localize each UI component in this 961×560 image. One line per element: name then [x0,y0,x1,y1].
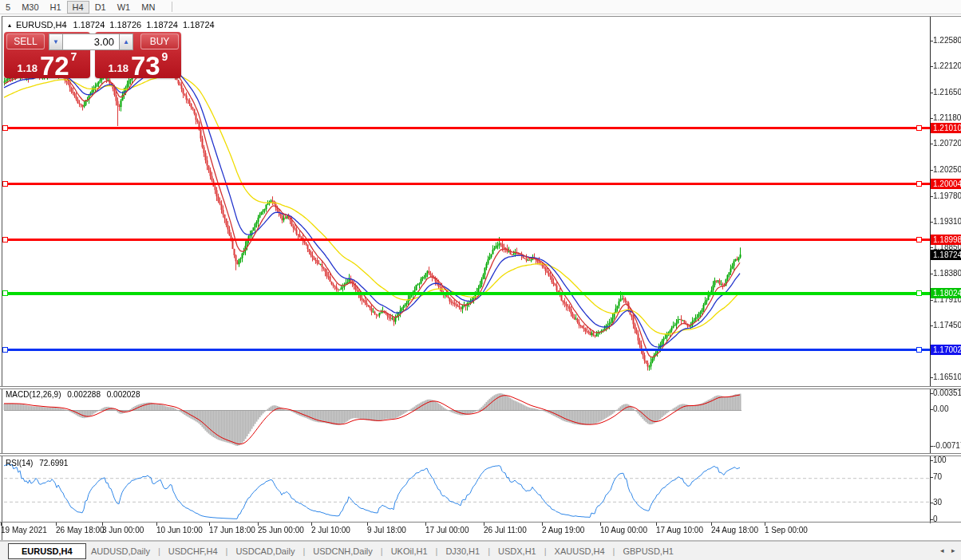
sell-price-prefix: 1.18 [18,62,38,74]
hline-1.18998[interactable] [2,239,930,241]
mt-terminal: 5M30H1H4D1W1MN 1.225801.221201.216501.21… [0,0,961,560]
collapse-panel-icon[interactable]: ▴ [8,22,11,29]
macd-main-value: 0.002288 [67,390,101,399]
price-tick-1.21180: 1.21180 [933,113,961,123]
rsi-pane-bottom-border [0,522,961,523]
volume-increase-icon[interactable]: ▲ [119,34,133,50]
hline-left-handle[interactable] [2,237,8,243]
rsi-title: RSI(14) [6,459,33,467]
volume-decrease-icon[interactable]: ▼ [49,34,63,50]
tab-usdcad-daily[interactable]: USDCAD,Daily [227,546,303,556]
price-tick-1.19310: 1.19310 [933,217,961,227]
tab-xauusd-h4[interactable]: XAUUSD,H4 [547,546,613,556]
rsi-value: 72.6991 [39,459,68,467]
hline-left-handle[interactable] [2,347,8,353]
macd-pane-separator[interactable] [0,386,961,389]
rsi-axis-70: 70 [933,472,942,482]
chart-symbol-label: EURUSD,H4 [16,20,67,30]
price-chart-canvas[interactable] [0,0,961,560]
hline-right-handle[interactable] [916,125,922,131]
price-tick-1.20250: 1.20250 [933,165,961,175]
macd-axis-0.00: 0.00 [933,404,948,414]
time-label: 25 Jun 00:00 [258,526,304,535]
rsi-label: RSI(14) 72.6991 [6,459,68,467]
hline-left-handle[interactable] [2,181,8,187]
ohlc-high: 1.18726 [109,20,141,30]
sell-price: 1.18 72 7 [4,49,90,78]
price-tag-1.20004: 1.20004 [931,179,961,189]
price-tick-1.16510: 1.16510 [933,373,961,382]
time-label: 17 Aug 10:00 [656,526,703,535]
hline-right-handle[interactable] [916,290,922,296]
buy-button[interactable]: BUY [140,34,179,49]
buy-price: 1.18 73 9 [95,49,181,78]
tab-ukoil-h1[interactable]: UKOil,H1 [383,546,436,556]
price-tick-1.18380: 1.18380 [933,269,961,278]
time-label: 10 Aug 00:00 [600,526,647,535]
chart-title: ▴ EURUSD,H4 1.18724 1.18726 1.18724 1.18… [8,20,219,30]
time-label: 19 May 2021 [1,526,47,535]
price-tick-1.17450: 1.17450 [933,321,961,330]
hline-right-handle[interactable] [916,347,922,353]
rsi-axis-30: 30 [933,498,942,507]
tab-gbpusd-h1[interactable]: GBPUSD,H1 [615,546,682,556]
price-tick-1.21650: 1.21650 [933,88,961,97]
tab-audusd-daily[interactable]: AUDUSD,Daily [83,546,158,556]
one-click-trading-panel: SELL 1.18 72 7 BUY 1.18 73 9 ▼ ▲ [4,32,181,78]
macd-signal-value: 0.002028 [107,390,140,399]
chart-tabs: AUDUSD,Daily|USDCHF,H4|USDCAD,Daily|USDC… [83,543,682,559]
sell-button[interactable]: SELL [6,34,45,49]
sell-price-pip: 7 [71,50,77,63]
hline-right-handle[interactable] [916,181,922,187]
tab-usdcnh-daily[interactable]: USDCNH,Daily [305,546,381,556]
sell-price-big: 72 [40,54,69,78]
macd-label: MACD(12,26,9) 0.002288 0.002028 [6,390,140,399]
hline-right-handle[interactable] [916,237,922,243]
rsi-pane-separator[interactable] [0,453,961,456]
ohlc-close: 1.18724 [183,20,215,30]
volume-input[interactable] [63,34,119,50]
tab-usdchf-h4[interactable]: USDCHF,H4 [160,546,226,556]
price-tag-1.18024: 1.18024 [931,288,961,298]
buy-price-pip: 9 [162,50,168,63]
hline-1.20004[interactable] [2,183,930,185]
time-label: 26 May 18:00 [56,526,105,535]
hline-left-handle[interactable] [2,125,8,131]
tab-dj30-h1[interactable]: DJ30,H1 [437,546,488,556]
hline-1.18024[interactable] [2,292,930,295]
buy-price-big: 73 [131,54,160,78]
ohlc-open: 1.18724 [73,20,105,30]
tab-scroll-left-icon[interactable]: ◂ [940,546,944,554]
macd-title: MACD(12,26,9) [6,390,61,399]
time-label: 3 Jun 00:00 [102,526,144,535]
tab-usdx-h1[interactable]: USDX,H1 [490,546,544,556]
time-label: 24 Aug 18:00 [711,526,758,535]
buy-price-prefix: 1.18 [109,62,129,74]
time-label: 9 Jul 18:00 [367,526,406,535]
price-tag-1.18998: 1.18998 [931,235,961,245]
rsi-axis-100: 100 [933,455,947,465]
price-tag-1.18724: 1.18724 [931,250,961,260]
time-label: 10 Jun 10:00 [156,526,203,535]
ohlc-low: 1.18724 [146,20,178,30]
rsi-axis-0: 0 [933,515,938,524]
price-tick-1.20720: 1.20720 [933,139,961,148]
price-tick-1.22120: 1.22120 [933,61,961,71]
hline-1.17002[interactable] [2,349,930,351]
time-label: 26 Jul 11:00 [484,526,527,535]
price-tag-1.21010: 1.21010 [931,123,961,133]
hline-1.21010[interactable] [2,127,930,129]
price-axis-line [930,17,931,523]
time-label: 17 Jul 00:00 [425,526,469,535]
macd-axis--0.00717: -0.00717 [933,441,961,451]
price-tick-1.22580: 1.22580 [933,36,961,45]
volume-control: ▼ ▲ [49,34,133,50]
time-label: 2 Jul 10:00 [311,526,350,535]
time-label: 2 Aug 19:00 [542,526,584,535]
tab-eurusd-h4-active[interactable]: EURUSD,H4 [8,543,86,559]
time-label: 17 Jun 18:00 [209,526,255,535]
tab-scroll-right-icon[interactable]: ▸ [951,546,955,554]
time-label: 1 Sep 00:00 [765,526,808,535]
hline-left-handle[interactable] [2,290,8,296]
price-tick-1.19780: 1.19780 [933,191,961,201]
